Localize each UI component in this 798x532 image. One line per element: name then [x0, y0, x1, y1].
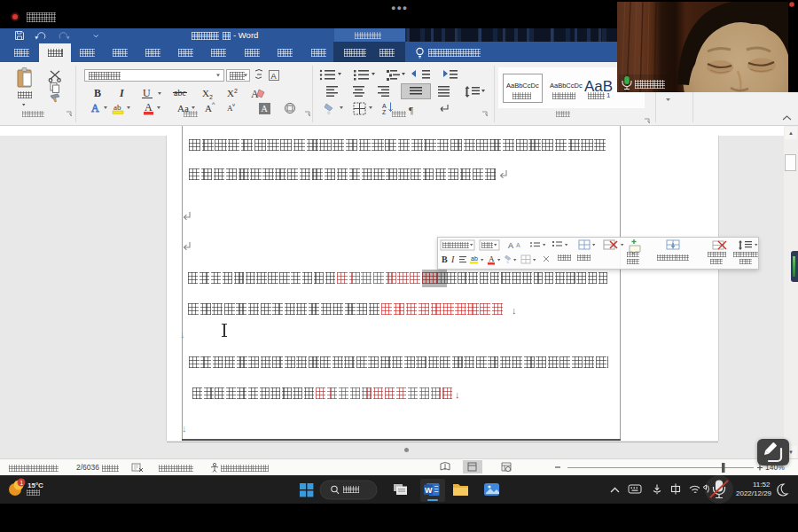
svg-text:A: A — [91, 102, 99, 114]
svg-text:¶: ¶ — [409, 105, 413, 115]
svg-text:W: W — [425, 486, 433, 495]
svg-text:A: A — [145, 101, 153, 113]
svg-text:2: 2 — [234, 88, 238, 94]
svg-text:1: 1 — [20, 480, 24, 486]
svg-text:U: U — [143, 87, 151, 99]
svg-text:2022/12/29: 2022/12/29 — [736, 489, 772, 497]
svg-text:A: A — [382, 103, 387, 109]
svg-text:^: ^ — [212, 101, 215, 107]
svg-text:A: A — [262, 104, 269, 113]
svg-text:2: 2 — [209, 94, 213, 100]
svg-text:ab: ab — [113, 103, 121, 112]
svg-text:A: A — [271, 72, 277, 81]
svg-text:v: v — [232, 102, 235, 107]
svg-text:A: A — [516, 242, 520, 248]
svg-text:11:52: 11:52 — [753, 481, 771, 489]
svg-text:ab: ab — [471, 255, 478, 262]
svg-text:B: B — [442, 254, 448, 264]
svg-text:X: X — [202, 88, 209, 98]
svg-text:B: B — [94, 87, 101, 99]
svg-text:A: A — [489, 254, 495, 263]
svg-text:I: I — [119, 87, 125, 99]
svg-text:15°C: 15°C — [27, 481, 43, 489]
svg-text:A: A — [508, 241, 513, 250]
svg-text:A: A — [205, 103, 212, 113]
svg-text:AaBbCcDc: AaBbCcDc — [550, 82, 583, 90]
svg-text:AaBbCcDc: AaBbCcDc — [506, 82, 539, 90]
svg-text:X: X — [227, 88, 234, 98]
svg-text:I: I — [450, 254, 455, 264]
svg-text:Z: Z — [382, 109, 387, 115]
